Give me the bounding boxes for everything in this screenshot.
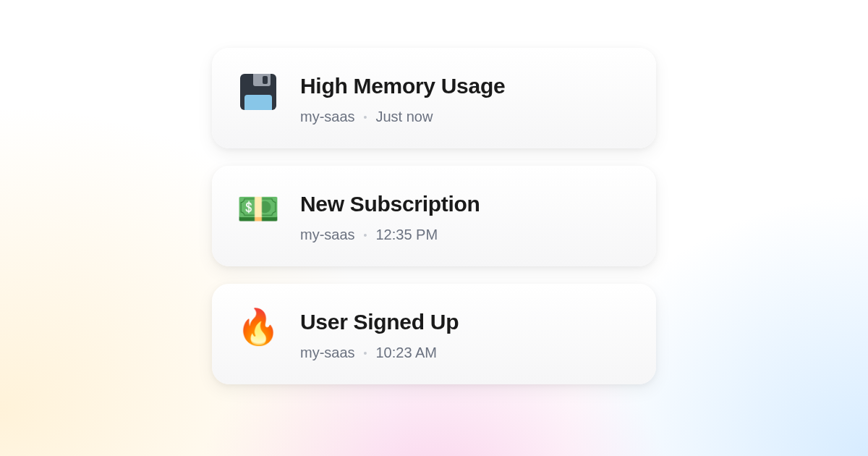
notification-meta: my-saas • 12:35 PM (300, 227, 480, 243)
notification-meta: my-saas • Just now (300, 109, 505, 125)
notification-card[interactable]: 💵 New Subscription my-saas • 12:35 PM (212, 166, 656, 266)
notification-time: 10:23 AM (375, 345, 437, 361)
notification-time: 12:35 PM (375, 227, 438, 243)
money-icon: 💵 (238, 192, 278, 227)
notification-project: my-saas (300, 109, 355, 125)
notification-body: New Subscription my-saas • 12:35 PM (300, 189, 480, 243)
notification-title: User Signed Up (300, 310, 459, 334)
notification-body: User Signed Up my-saas • 10:23 AM (300, 307, 459, 361)
notification-project: my-saas (300, 227, 355, 243)
notification-card[interactable]: 🔥 User Signed Up my-saas • 10:23 AM (212, 284, 656, 384)
separator-dot: • (364, 347, 367, 359)
separator-dot: • (364, 111, 367, 123)
notification-meta: my-saas • 10:23 AM (300, 345, 459, 361)
notification-card[interactable]: High Memory Usage my-saas • Just now (212, 48, 656, 148)
notification-title: High Memory Usage (300, 74, 505, 98)
notification-project: my-saas (300, 345, 355, 361)
fire-icon: 🔥 (238, 310, 278, 345)
notification-body: High Memory Usage my-saas • Just now (300, 71, 505, 125)
separator-dot: • (364, 229, 367, 241)
notification-feed: High Memory Usage my-saas • Just now 💵 N… (212, 48, 656, 384)
notification-time: Just now (375, 109, 433, 125)
notification-title: New Subscription (300, 192, 480, 216)
floppy-disk-icon (238, 74, 278, 110)
